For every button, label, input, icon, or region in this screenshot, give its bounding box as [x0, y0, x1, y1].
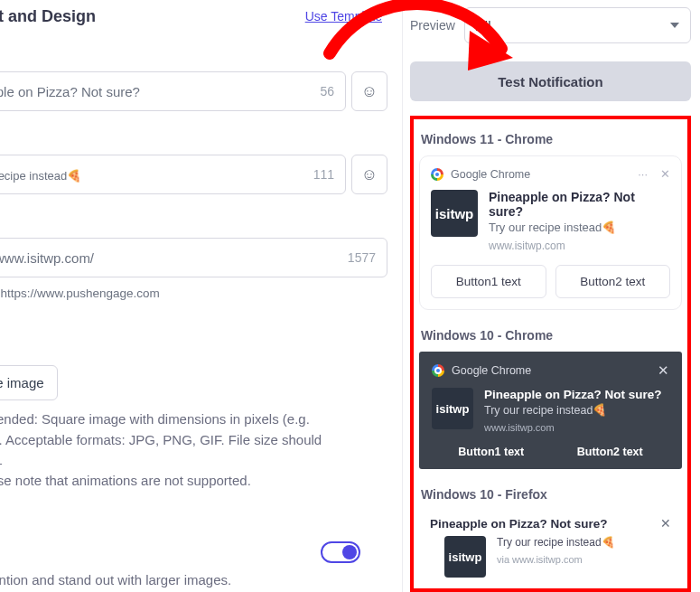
url-counter: 1577 [339, 250, 376, 265]
url-helper: Use UTM: https://www.pushengage.com [0, 287, 387, 300]
notification-logo: isitwp [431, 190, 478, 237]
notification-logo: isitwp [444, 536, 486, 578]
notification-action-1[interactable]: Button1 text [432, 446, 551, 458]
more-icon[interactable]: ··· [638, 167, 648, 181]
notification-url: www.isitwp.com [484, 422, 669, 433]
notification-url: via www.isitwp.com [497, 554, 615, 565]
url-value: https://www.isitwp.com/ [0, 250, 339, 266]
section-heading: Windows 10 - Chrome [421, 328, 680, 343]
large-image-caption: Grab attention and stand out with larger… [0, 572, 387, 587]
close-icon[interactable]: ✕ [660, 167, 670, 181]
message-value: Try our recipe instead🍕 [0, 167, 304, 183]
message-input[interactable]: Try our recipe instead🍕 111 [0, 155, 346, 194]
notification-action-1[interactable]: Button1 text [431, 265, 546, 298]
large-image-toggle[interactable] [321, 541, 360, 563]
chrome-icon [432, 364, 444, 377]
use-template-link[interactable]: Use Template [305, 9, 382, 23]
emoji-picker-button[interactable]: ☺ [351, 71, 387, 111]
notification-logo: isitwp [432, 388, 473, 429]
previews-container: Windows 11 - Chrome Google Chrome ··· ✕ … [410, 116, 691, 592]
preview-card-win10-chrome: Google Chrome ✕ isitwp Pineapple on Pizz… [419, 352, 682, 469]
preview-label: Preview [410, 18, 455, 33]
chrome-icon [431, 168, 443, 181]
section-heading: Windows 11 - Chrome [421, 132, 680, 146]
chevron-down-icon [670, 23, 679, 28]
notification-action-2[interactable]: Button2 text [551, 446, 670, 458]
notification-title: Pineapple on Pizza? Not sure? [484, 388, 669, 401]
smile-icon: ☺ [361, 82, 378, 101]
url-input[interactable]: https://www.isitwp.com/ 1577 [0, 238, 387, 277]
test-notification-button[interactable]: Test Notification [410, 61, 691, 101]
section-heading: Windows 10 - Firefox [421, 487, 680, 502]
notification-message: Try our recipe instead🍕 [497, 536, 615, 549]
notification-action-2[interactable]: Button2 text [555, 265, 671, 298]
message-counter: 111 [304, 167, 334, 182]
smile-icon: ☺ [361, 165, 378, 184]
title-input[interactable]: Pineapple on Pizza? Not sure? 56 [0, 71, 346, 111]
app-label: Google Chrome [451, 168, 530, 181]
notification-message: Try our recipe instead🍕 [484, 403, 669, 417]
preview-select[interactable]: All [464, 7, 691, 43]
app-label: Google Chrome [452, 364, 531, 377]
image-note: Recommended: Square image with dimension… [0, 409, 340, 491]
preview-select-value: All [476, 18, 491, 33]
preview-card-win11-chrome: Google Chrome ··· ✕ isitwp Pineapple on … [419, 155, 682, 310]
preview-card-win10-firefox: Pineapple on Pizza? Not sure? ✕ isitwp T… [419, 511, 682, 581]
notification-title: Pineapple on Pizza? Not sure? [489, 190, 670, 219]
close-icon[interactable]: ✕ [660, 516, 671, 531]
notification-title: Pineapple on Pizza? Not sure? [430, 517, 608, 531]
emoji-picker-button[interactable]: ☺ [351, 155, 387, 194]
notification-message: Try our recipe instead🍕 [489, 221, 670, 234]
close-icon[interactable]: ✕ [658, 362, 669, 379]
title-value: Pineapple on Pizza? Not sure? [0, 84, 311, 99]
change-image-button[interactable]: Change image [0, 365, 58, 400]
title-counter: 56 [311, 84, 334, 99]
notification-url: www.isitwp.com [489, 240, 670, 252]
